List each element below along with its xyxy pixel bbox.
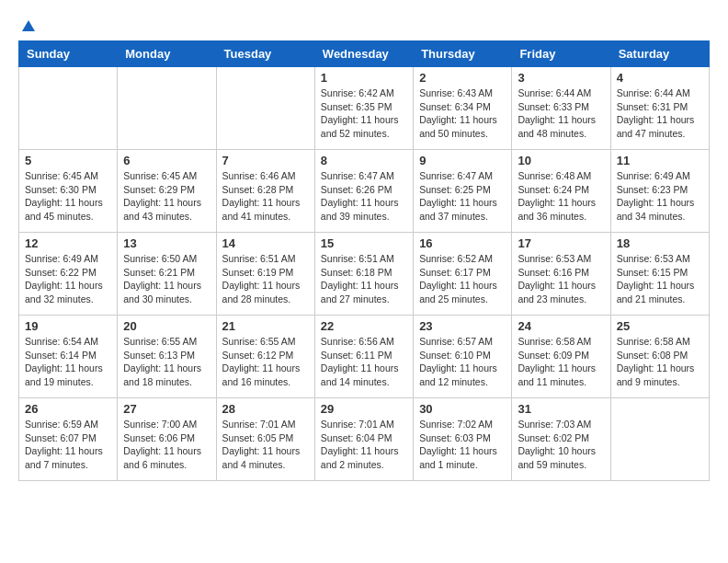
calendar-header-row: SundayMondayTuesdayWednesdayThursdayFrid… [19, 41, 710, 67]
day-number: 12 [25, 236, 111, 250]
day-info: Sunrise: 6:57 AM Sunset: 6:10 PM Dayligh… [419, 335, 506, 389]
calendar-cell: 9Sunrise: 6:47 AM Sunset: 6:25 PM Daylig… [414, 150, 512, 233]
day-info: Sunrise: 6:42 AM Sunset: 6:35 PM Dayligh… [321, 86, 407, 141]
calendar-cell: 12Sunrise: 6:49 AM Sunset: 6:22 PM Dayli… [19, 233, 118, 316]
day-number: 20 [123, 319, 210, 333]
weekday-header-sunday: Sunday [19, 41, 118, 67]
page-header [18, 18, 710, 31]
calendar-cell: 5Sunrise: 6:45 AM Sunset: 6:30 PM Daylig… [19, 150, 118, 233]
calendar-cell: 1Sunrise: 6:42 AM Sunset: 6:35 PM Daylig… [314, 67, 413, 150]
calendar-week-row: 5Sunrise: 6:45 AM Sunset: 6:30 PM Daylig… [19, 150, 710, 233]
calendar-week-row: 1Sunrise: 6:42 AM Sunset: 6:35 PM Daylig… [19, 67, 710, 150]
day-number: 14 [222, 236, 309, 250]
day-info: Sunrise: 6:54 AM Sunset: 6:14 PM Dayligh… [25, 335, 111, 389]
day-number: 21 [222, 319, 309, 333]
day-number: 11 [617, 154, 703, 167]
weekday-header-wednesday: Wednesday [314, 41, 413, 67]
calendar-cell [610, 398, 709, 481]
day-info: Sunrise: 6:55 AM Sunset: 6:12 PM Dayligh… [222, 335, 309, 389]
calendar-cell: 11Sunrise: 6:49 AM Sunset: 6:23 PM Dayli… [610, 150, 709, 233]
day-info: Sunrise: 6:56 AM Sunset: 6:11 PM Dayligh… [321, 335, 407, 389]
calendar-cell: 3Sunrise: 6:44 AM Sunset: 6:33 PM Daylig… [512, 67, 610, 150]
day-info: Sunrise: 6:51 AM Sunset: 6:18 PM Dayligh… [321, 252, 407, 306]
day-info: Sunrise: 6:52 AM Sunset: 6:17 PM Dayligh… [419, 252, 506, 306]
calendar-cell: 15Sunrise: 6:51 AM Sunset: 6:18 PM Dayli… [314, 233, 413, 316]
day-info: Sunrise: 6:47 AM Sunset: 6:26 PM Dayligh… [321, 169, 407, 224]
calendar-cell: 30Sunrise: 7:02 AM Sunset: 6:03 PM Dayli… [414, 398, 512, 481]
calendar-table: SundayMondayTuesdayWednesdayThursdayFrid… [18, 40, 710, 481]
calendar-cell: 19Sunrise: 6:54 AM Sunset: 6:14 PM Dayli… [19, 316, 118, 398]
day-number: 29 [321, 402, 407, 416]
day-number: 30 [419, 402, 506, 416]
day-number: 4 [617, 71, 703, 85]
calendar-cell: 18Sunrise: 6:53 AM Sunset: 6:15 PM Dayli… [610, 233, 709, 316]
weekday-header-monday: Monday [118, 41, 216, 67]
day-number: 13 [123, 236, 210, 250]
day-info: Sunrise: 6:47 AM Sunset: 6:25 PM Dayligh… [419, 169, 506, 224]
calendar-cell: 24Sunrise: 6:58 AM Sunset: 6:09 PM Dayli… [512, 316, 610, 398]
weekday-header-tuesday: Tuesday [216, 41, 314, 67]
day-number: 5 [25, 154, 111, 167]
calendar-cell: 31Sunrise: 7:03 AM Sunset: 6:02 PM Dayli… [512, 398, 610, 481]
calendar-week-row: 26Sunrise: 6:59 AM Sunset: 6:07 PM Dayli… [19, 398, 710, 481]
calendar-week-row: 12Sunrise: 6:49 AM Sunset: 6:22 PM Dayli… [19, 233, 710, 316]
day-number: 23 [419, 319, 506, 333]
calendar-cell: 10Sunrise: 6:48 AM Sunset: 6:24 PM Dayli… [512, 150, 610, 233]
calendar-cell: 28Sunrise: 7:01 AM Sunset: 6:05 PM Dayli… [216, 398, 314, 481]
day-number: 1 [321, 71, 407, 85]
day-number: 9 [419, 154, 506, 167]
calendar-cell: 26Sunrise: 6:59 AM Sunset: 6:07 PM Dayli… [19, 398, 118, 481]
calendar-cell: 7Sunrise: 6:46 AM Sunset: 6:28 PM Daylig… [216, 150, 314, 233]
day-number: 26 [25, 402, 111, 416]
day-info: Sunrise: 6:59 AM Sunset: 6:07 PM Dayligh… [25, 418, 111, 472]
day-number: 18 [617, 236, 703, 250]
day-number: 17 [518, 236, 604, 250]
day-info: Sunrise: 7:01 AM Sunset: 6:05 PM Dayligh… [222, 418, 309, 472]
day-number: 3 [518, 71, 604, 85]
day-info: Sunrise: 6:55 AM Sunset: 6:13 PM Dayligh… [123, 335, 210, 389]
day-info: Sunrise: 6:50 AM Sunset: 6:21 PM Dayligh… [123, 252, 210, 306]
day-info: Sunrise: 7:00 AM Sunset: 6:06 PM Dayligh… [123, 418, 210, 472]
day-number: 24 [518, 319, 604, 333]
day-number: 2 [419, 71, 506, 85]
calendar-cell: 14Sunrise: 6:51 AM Sunset: 6:19 PM Dayli… [216, 233, 314, 316]
day-info: Sunrise: 6:43 AM Sunset: 6:34 PM Dayligh… [419, 86, 506, 141]
weekday-header-friday: Friday [512, 41, 610, 67]
day-info: Sunrise: 6:49 AM Sunset: 6:23 PM Dayligh… [617, 169, 703, 224]
weekday-header-thursday: Thursday [414, 41, 512, 67]
calendar-cell: 25Sunrise: 6:58 AM Sunset: 6:08 PM Dayli… [610, 316, 709, 398]
day-info: Sunrise: 6:44 AM Sunset: 6:31 PM Dayligh… [617, 86, 703, 141]
calendar-cell: 21Sunrise: 6:55 AM Sunset: 6:12 PM Dayli… [216, 316, 314, 398]
calendar-cell [216, 67, 314, 150]
logo [18, 18, 37, 31]
calendar-cell: 23Sunrise: 6:57 AM Sunset: 6:10 PM Dayli… [414, 316, 512, 398]
day-number: 7 [222, 154, 309, 167]
calendar-cell: 8Sunrise: 6:47 AM Sunset: 6:26 PM Daylig… [314, 150, 413, 233]
calendar-cell: 17Sunrise: 6:53 AM Sunset: 6:16 PM Dayli… [512, 233, 610, 316]
day-number: 19 [25, 319, 111, 333]
day-number: 31 [518, 402, 604, 416]
day-info: Sunrise: 6:58 AM Sunset: 6:08 PM Dayligh… [617, 335, 703, 389]
day-info: Sunrise: 6:45 AM Sunset: 6:29 PM Dayligh… [123, 169, 210, 224]
day-info: Sunrise: 6:53 AM Sunset: 6:15 PM Dayligh… [617, 252, 703, 306]
calendar-cell: 22Sunrise: 6:56 AM Sunset: 6:11 PM Dayli… [314, 316, 413, 398]
weekday-header-saturday: Saturday [610, 41, 709, 67]
day-info: Sunrise: 7:03 AM Sunset: 6:02 PM Dayligh… [518, 418, 604, 472]
logo-icon [20, 18, 37, 35]
day-number: 10 [518, 154, 604, 167]
calendar-cell: 4Sunrise: 6:44 AM Sunset: 6:31 PM Daylig… [610, 67, 709, 150]
calendar-cell: 20Sunrise: 6:55 AM Sunset: 6:13 PM Dayli… [118, 316, 216, 398]
day-info: Sunrise: 6:46 AM Sunset: 6:28 PM Dayligh… [222, 169, 309, 224]
day-number: 27 [123, 402, 210, 416]
day-number: 15 [321, 236, 407, 250]
calendar-cell: 6Sunrise: 6:45 AM Sunset: 6:29 PM Daylig… [118, 150, 216, 233]
day-number: 8 [321, 154, 407, 167]
calendar-week-row: 19Sunrise: 6:54 AM Sunset: 6:14 PM Dayli… [19, 316, 710, 398]
calendar-cell: 27Sunrise: 7:00 AM Sunset: 6:06 PM Dayli… [118, 398, 216, 481]
day-info: Sunrise: 7:01 AM Sunset: 6:04 PM Dayligh… [321, 418, 407, 472]
day-number: 25 [617, 319, 703, 333]
calendar-cell [118, 67, 216, 150]
calendar-cell: 16Sunrise: 6:52 AM Sunset: 6:17 PM Dayli… [414, 233, 512, 316]
day-info: Sunrise: 6:48 AM Sunset: 6:24 PM Dayligh… [518, 169, 604, 224]
svg-marker-0 [22, 20, 35, 31]
